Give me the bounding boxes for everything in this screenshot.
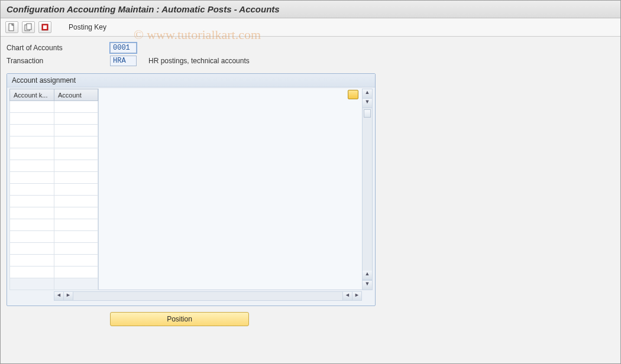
scroll-up-page-icon[interactable]: ▲ <box>363 271 372 280</box>
grid-empty-area <box>98 89 362 290</box>
scroll-right-icon[interactable]: ► <box>352 292 361 300</box>
table-row[interactable] <box>10 125 98 136</box>
table-row[interactable] <box>10 136 98 148</box>
table-row[interactable] <box>10 184 98 196</box>
table-row[interactable] <box>10 255 98 266</box>
page-title: Configuration Accounting Maintain : Auto… <box>1 1 620 18</box>
table-row[interactable] <box>10 172 98 184</box>
position-button[interactable]: Position <box>110 312 249 326</box>
table-row[interactable] <box>10 266 98 278</box>
scroll-track[interactable] <box>363 108 372 271</box>
table-row[interactable] <box>10 160 98 172</box>
column-header-account-key[interactable]: Account k... <box>10 89 54 101</box>
table-row[interactable] <box>10 113 98 125</box>
table-row[interactable] <box>10 231 98 243</box>
scroll-up-icon[interactable]: ▲ <box>363 89 372 99</box>
scroll-left-step-icon[interactable]: ◄ <box>342 292 352 300</box>
table-row[interactable] <box>10 219 98 231</box>
vertical-scrollbar[interactable]: ▲ ▼ ▲ ▼ <box>362 89 373 290</box>
table-row[interactable] <box>10 196 98 207</box>
account-assignment-panel: Account assignment Account k... Account <box>7 73 376 306</box>
transaction-field[interactable]: HRA <box>110 56 137 66</box>
scroll-down-step-icon[interactable]: ▼ <box>363 99 372 108</box>
horizontal-scrollbar[interactable]: ◄ ► ◄ ► <box>54 291 362 301</box>
scroll-thumb[interactable] <box>364 109 371 118</box>
table-settings-icon[interactable] <box>348 90 358 99</box>
posting-key-button[interactable]: Posting Key <box>63 21 112 34</box>
account-assignment-table[interactable]: Account k... Account <box>9 89 98 290</box>
panel-title: Account assignment <box>7 74 375 87</box>
column-header-account[interactable]: Account <box>54 89 98 101</box>
table-row[interactable] <box>10 148 98 160</box>
chart-of-accounts-field[interactable]: 0001 <box>110 43 137 53</box>
application-toolbar: Posting Key <box>1 18 620 37</box>
transaction-description: HR postings, technical accounts <box>148 57 250 65</box>
scroll-down-icon[interactable]: ▼ <box>363 280 372 290</box>
table-row[interactable] <box>10 243 98 255</box>
chart-of-accounts-label: Chart of Accounts <box>7 44 110 52</box>
transaction-label: Transaction <box>7 57 110 65</box>
table-row[interactable] <box>10 101 98 113</box>
scroll-left-icon[interactable]: ◄ <box>54 292 64 300</box>
table-row[interactable] <box>10 207 98 219</box>
svg-rect-4 <box>43 25 47 29</box>
content-area: Chart of Accounts 0001 Transaction HRA H… <box>1 37 620 332</box>
new-document-button[interactable] <box>5 21 18 33</box>
delete-button[interactable] <box>38 21 51 33</box>
svg-rect-2 <box>27 24 31 30</box>
scroll-right-step-icon[interactable]: ► <box>64 292 73 300</box>
copy-button[interactable] <box>22 21 35 33</box>
